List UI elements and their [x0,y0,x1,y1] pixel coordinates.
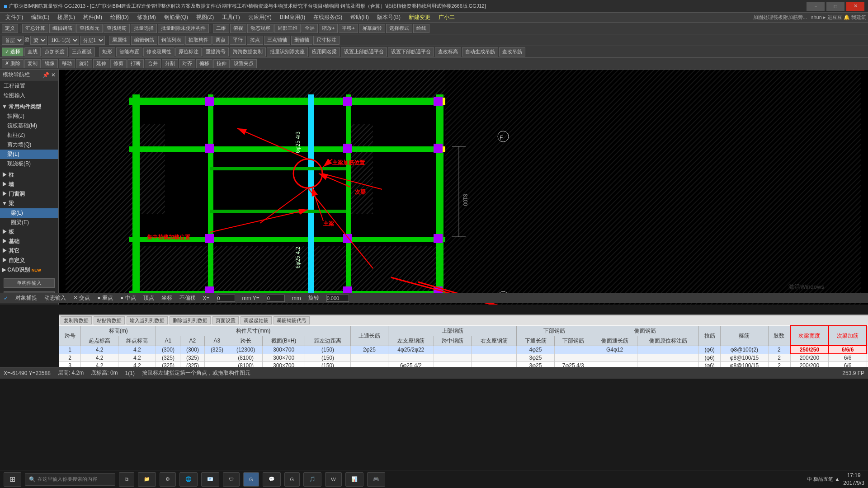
sidebar-item-slab[interactable]: 现浇板(B) [0,159,58,169]
tb-del-axis[interactable]: 删辅轴 [291,36,312,45]
table-cell[interactable] [637,362,699,367]
menu-tools[interactable]: 工具(T) [218,13,243,22]
table-cell[interactable] [471,346,517,354]
tb-select-mode[interactable]: 选择模式 [386,24,412,33]
table-cell[interactable]: φ8@100(2) [721,346,769,354]
app-game[interactable]: 🎮 [367,472,385,487]
table-row[interactable]: 24.24.2(325)(325)(8100)300×700(150)3φ25(… [59,354,868,362]
table-cell[interactable]: (φ6) [699,362,721,367]
app-excel[interactable]: 📊 [345,472,363,487]
tb-same-beam[interactable]: 应用同名梁 [309,47,340,56]
tb-extend[interactable]: 延伸 [93,59,109,68]
tb-break[interactable]: 打断 [127,59,144,68]
table-cell[interactable]: φ8@100/15 [721,354,769,362]
tb-edit-rebar2[interactable]: 编辑钢筋 [131,36,157,45]
table-cell[interactable]: (8100) [229,362,262,367]
tb-del-edit[interactable]: ✗ 删除 [2,59,24,68]
sidebar-close[interactable]: ✕ [51,72,56,78]
tb-batch-select[interactable]: 批量选择 [131,24,157,33]
tb-mirror[interactable]: 镜像 [42,59,58,68]
sidebar-item-settings[interactable]: 工程设置 [0,81,58,91]
tb-renum[interactable]: 重提跨号 [203,47,229,56]
menu-floor[interactable]: 楼层(L) [54,13,79,22]
table-cell[interactable]: 6/6 [829,362,867,367]
sidebar-group-column[interactable]: ▶ 柱 [0,170,58,180]
tb-line[interactable]: 直线 [24,47,41,56]
copy-span-data-btn[interactable]: 复制跨数据 [61,316,92,324]
tb-draw-line[interactable]: 绘线 [413,24,429,33]
tb-batch-recog[interactable]: 批量识别添支座 [267,47,308,56]
data-table-wrapper[interactable]: 跨号 标高(m) 构件尺寸(mm) 上通长筋 上部钢筋 下部钢筋 侧面钢筋 拉筋… [59,325,868,367]
sidebar-item-raft[interactable]: 筏板基础(M) [0,121,58,131]
table-cell[interactable]: (300) [180,346,205,354]
table-cell[interactable]: 4.2 [81,346,118,354]
taskbar-search[interactable]: 🔍 在这里输入你要搜索的内容 [25,473,115,486]
app-browser[interactable]: 🌐 [179,472,198,487]
table-cell[interactable]: 2 [768,354,790,362]
tb-local-3d[interactable]: 局部三维 [274,24,301,33]
taskview-btn[interactable]: ⧉ [119,472,134,487]
table-cell[interactable]: 6/6/6 [829,346,867,354]
table-cell[interactable]: 250/250 [790,346,829,354]
table-cell[interactable] [471,354,517,362]
table-cell[interactable]: 2 [768,346,790,354]
tb-two-pt[interactable]: 两点 [212,36,229,45]
table-cell[interactable] [554,346,592,354]
sidebar-group-beam[interactable]: ▼ 梁 [0,199,58,208]
table-cell[interactable]: 3φ25 [517,362,554,367]
menu-help[interactable]: 帮助(H) [347,13,373,22]
tb-rotate[interactable]: 旋转 [76,59,92,68]
app-explorer[interactable]: 📁 [138,472,156,487]
input-col-data-btn[interactable]: 输入当列列数据 [127,316,168,324]
start-button[interactable]: ⊞ [4,472,21,487]
tb-span-copy[interactable]: 跨跨数据复制 [230,47,266,56]
menu-new-change[interactable]: 新建变更 [405,13,434,22]
table-cell[interactable]: (325) [180,354,205,362]
tb-dynamic[interactable]: 动态观察 [247,24,274,33]
table-cell[interactable] [471,362,517,367]
menu-version[interactable]: 版本号(B) [373,13,404,22]
tb-calc[interactable]: 汇总计算 [22,24,48,33]
table-cell[interactable]: 300×700 [262,362,305,367]
table-cell[interactable]: 6/6 [829,354,867,362]
menu-file[interactable]: 文件(F) [2,13,27,22]
table-cell[interactable]: 2 [768,362,790,367]
table-cell[interactable] [592,362,637,367]
tb-chg-elev[interactable]: 查改标高 [435,47,461,56]
tb-in-situ[interactable]: 原位标注 [175,47,202,56]
tb-parallel[interactable]: 平行 [230,36,246,45]
sidebar-item-beam[interactable]: 梁(L) [0,150,58,159]
ime-indicator[interactable]: 中 极品五笔 ▲ [807,476,840,483]
tb-align[interactable]: 对齐 [179,59,195,68]
tb-fullscreen[interactable]: 全屏 [302,24,318,33]
table-cell[interactable]: G4φ12 [592,346,637,354]
table-cell[interactable]: φ8@100/15 [721,362,769,367]
sidebar-group-foundation[interactable]: ▶ 基础 [0,237,58,246]
sidebar-group-wall[interactable]: ▶ 墙 [0,180,58,189]
tb-stretch[interactable]: 拉伸 [213,59,230,68]
tb-3pt-axis[interactable]: 三点辅轴 [264,36,290,45]
close-button[interactable]: ✕ [846,2,864,11]
table-cell[interactable]: 300×700 [262,354,305,362]
tb-offset[interactable]: 偏移 [196,59,212,68]
sidebar-item-beam-l[interactable]: 梁(L) [0,208,58,218]
table-cell[interactable]: (325) [156,354,180,362]
table-row[interactable]: 14.24.2(300)(300)(325)(12300)300×700(150… [59,346,868,354]
floor-select[interactable]: 首层 [2,36,24,45]
table-cell[interactable]: 4φ25 [517,346,554,354]
y-input[interactable] [267,295,285,302]
tb-rebar-list[interactable]: 钢筋列表 [158,36,184,45]
tb-3pt-arc[interactable]: 三点画弧 [69,47,95,56]
show-rebar-code-btn[interactable]: 暴筋钢筋代号 [274,316,310,324]
del-col-data-btn[interactable]: 删除当列列数据 [170,316,211,324]
sidebar-item-draw-input[interactable]: 绘图输入 [0,91,58,100]
layer-select[interactable]: 分层1 [80,36,105,45]
tb-layer-props[interactable]: 层属性 [109,36,130,45]
table-cell[interactable]: 4.2 [118,354,156,362]
table-cell[interactable] [388,354,434,362]
app-store[interactable]: 🛡 [223,472,240,487]
sidebar-pin[interactable]: 📌 [42,72,49,78]
x-input[interactable] [217,295,235,302]
table-cell[interactable]: 3 [59,362,81,367]
table-cell[interactable] [434,362,471,367]
